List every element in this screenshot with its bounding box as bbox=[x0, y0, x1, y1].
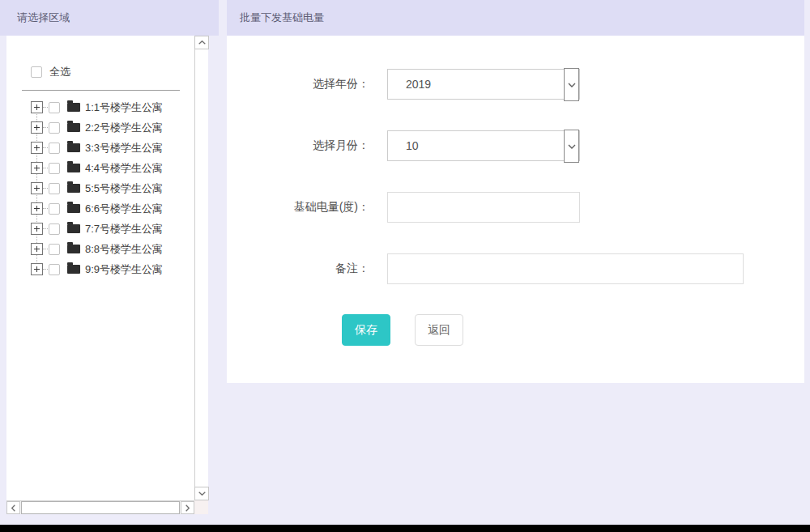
scroll-up-button[interactable] bbox=[194, 36, 209, 49]
chevron-up-icon bbox=[198, 40, 206, 45]
folder-icon bbox=[67, 245, 80, 253]
year-select-value: 2019 bbox=[406, 78, 431, 91]
back-button[interactable]: 返回 bbox=[415, 314, 463, 346]
month-row: 选择月份： 10 bbox=[227, 130, 804, 161]
area-tree: 1:1号楼学生公寓 2:2号楼学生公寓 3:3号楼学生公寓 4:4号楼学生公寓 bbox=[6, 97, 194, 279]
tree-expand-button[interactable] bbox=[31, 243, 43, 255]
base-power-row: 基础电量(度)： bbox=[227, 192, 804, 223]
tree-item[interactable]: 1:1号楼学生公寓 bbox=[6, 97, 194, 117]
divider bbox=[22, 90, 180, 91]
remark-label: 备注： bbox=[227, 262, 369, 276]
tree-item-checkbox[interactable] bbox=[49, 102, 60, 113]
tree-item-label[interactable]: 8:8号楼学生公寓 bbox=[85, 242, 163, 257]
form-buttons: 保存 返回 bbox=[342, 314, 804, 346]
year-label: 选择年份： bbox=[227, 77, 369, 92]
batch-form-panel: 选择年份： 2019 选择月份： 10 基础电量(度)： 备注： 保存 返回 bbox=[227, 36, 804, 383]
month-select[interactable]: 10 bbox=[387, 130, 580, 161]
tree-item-checkbox[interactable] bbox=[49, 183, 60, 194]
left-panel-header: 请选择区域 bbox=[0, 0, 219, 36]
horizontal-scrollbar[interactable] bbox=[6, 500, 194, 514]
tree-item[interactable]: 9:9号楼学生公寓 bbox=[6, 259, 194, 279]
tree-expand-button[interactable] bbox=[31, 142, 43, 154]
tree-item[interactable]: 2:2号楼学生公寓 bbox=[6, 117, 194, 138]
tree-list: 1:1号楼学生公寓 2:2号楼学生公寓 3:3号楼学生公寓 4:4号楼学生公寓 bbox=[6, 97, 194, 279]
chevron-down-icon[interactable] bbox=[564, 68, 579, 101]
tree-connector-dash bbox=[43, 127, 48, 128]
tree-connector-dash bbox=[43, 147, 48, 148]
year-row: 选择年份： 2019 bbox=[227, 69, 804, 100]
tree-item-label[interactable]: 1:1号楼学生公寓 bbox=[85, 100, 163, 115]
base-power-label: 基础电量(度)： bbox=[227, 200, 369, 215]
tree-item-label[interactable]: 9:9号楼学生公寓 bbox=[85, 262, 163, 277]
save-button[interactable]: 保存 bbox=[342, 314, 390, 346]
select-all-checkbox[interactable] bbox=[31, 66, 42, 78]
tree-item-label[interactable]: 4:4号楼学生公寓 bbox=[85, 161, 163, 176]
plus-icon bbox=[32, 203, 42, 214]
remark-row: 备注： bbox=[227, 253, 804, 284]
year-select[interactable]: 2019 bbox=[387, 69, 580, 100]
tree-item-checkbox[interactable] bbox=[49, 264, 60, 275]
chevron-left-icon bbox=[11, 504, 15, 512]
folder-icon bbox=[67, 204, 80, 213]
tree-item-checkbox[interactable] bbox=[49, 143, 60, 154]
tree-expand-button[interactable] bbox=[31, 202, 43, 215]
tree-item-checkbox[interactable] bbox=[49, 163, 60, 174]
plus-icon bbox=[32, 163, 42, 173]
remark-input[interactable] bbox=[387, 253, 744, 284]
tree-connector-dash bbox=[43, 269, 48, 270]
horizontal-scroll-thumb[interactable] bbox=[21, 501, 180, 514]
tree-expand-button[interactable] bbox=[31, 121, 43, 134]
tree-item-label[interactable]: 7:7号楼学生公寓 bbox=[85, 222, 163, 236]
select-all-label: 全选 bbox=[49, 65, 70, 79]
scroll-right-button[interactable] bbox=[181, 501, 194, 514]
select-all-row[interactable]: 全选 bbox=[31, 65, 194, 79]
tree-expand-button[interactable] bbox=[31, 263, 43, 275]
tree-connector-dash bbox=[43, 107, 48, 108]
plus-icon bbox=[32, 223, 42, 234]
tree-item[interactable]: 4:4号楼学生公寓 bbox=[6, 158, 194, 178]
chevron-down-icon bbox=[198, 492, 206, 496]
plus-icon bbox=[32, 102, 42, 113]
tree-connector-dash bbox=[43, 249, 48, 249]
left-panel-title: 请选择区域 bbox=[17, 11, 70, 23]
tree-item-checkbox[interactable] bbox=[49, 244, 60, 255]
tree-scroll-area: 全选 1:1号楼学生公寓 2:2号楼学生公寓 3:3号楼学生公寓 bbox=[6, 36, 194, 500]
folder-icon bbox=[67, 265, 80, 274]
tree-item-checkbox[interactable] bbox=[49, 223, 60, 235]
tree-expand-button[interactable] bbox=[31, 101, 43, 113]
tree-item-checkbox[interactable] bbox=[49, 203, 60, 215]
scroll-left-button[interactable] bbox=[6, 501, 20, 514]
tree-connector-dash bbox=[43, 228, 48, 229]
tree-connector-dash bbox=[43, 168, 48, 168]
tree-expand-button[interactable] bbox=[31, 182, 43, 194]
tree-item-checkbox[interactable] bbox=[49, 122, 60, 134]
bottom-black-bar bbox=[0, 525, 810, 532]
folder-icon bbox=[67, 184, 80, 193]
tree-item-label[interactable]: 2:2号楼学生公寓 bbox=[85, 121, 163, 135]
tree-connector-dash bbox=[43, 188, 48, 189]
tree-item-label[interactable]: 5:5号楼学生公寓 bbox=[85, 181, 163, 196]
tree-item-label[interactable]: 6:6号楼学生公寓 bbox=[85, 202, 163, 216]
scroll-down-button[interactable] bbox=[194, 487, 209, 500]
area-tree-panel: 全选 1:1号楼学生公寓 2:2号楼学生公寓 3:3号楼学生公寓 bbox=[6, 36, 208, 514]
tree-item[interactable]: 8:8号楼学生公寓 bbox=[6, 239, 194, 259]
month-select-value: 10 bbox=[406, 139, 419, 152]
chevron-down-icon[interactable] bbox=[564, 130, 579, 163]
plus-icon bbox=[32, 244, 42, 254]
base-power-input[interactable] bbox=[387, 192, 580, 223]
page-title: 批量下发基础电量 bbox=[240, 11, 324, 23]
tree-expand-button[interactable] bbox=[31, 223, 43, 235]
tree-item[interactable]: 5:5号楼学生公寓 bbox=[6, 178, 194, 198]
right-panel-header: 批量下发基础电量 bbox=[227, 0, 804, 36]
vertical-scrollbar[interactable] bbox=[194, 36, 208, 500]
folder-icon bbox=[67, 143, 80, 152]
plus-icon bbox=[32, 122, 42, 133]
tree-item-label[interactable]: 3:3号楼学生公寓 bbox=[85, 141, 163, 155]
folder-icon bbox=[67, 123, 80, 132]
tree-item[interactable]: 6:6号楼学生公寓 bbox=[6, 198, 194, 219]
tree-item[interactable]: 3:3号楼学生公寓 bbox=[6, 138, 194, 158]
plus-icon bbox=[32, 143, 42, 153]
scrollbar-corner bbox=[194, 500, 208, 514]
tree-expand-button[interactable] bbox=[31, 162, 43, 174]
tree-item[interactable]: 7:7号楼学生公寓 bbox=[6, 219, 194, 239]
